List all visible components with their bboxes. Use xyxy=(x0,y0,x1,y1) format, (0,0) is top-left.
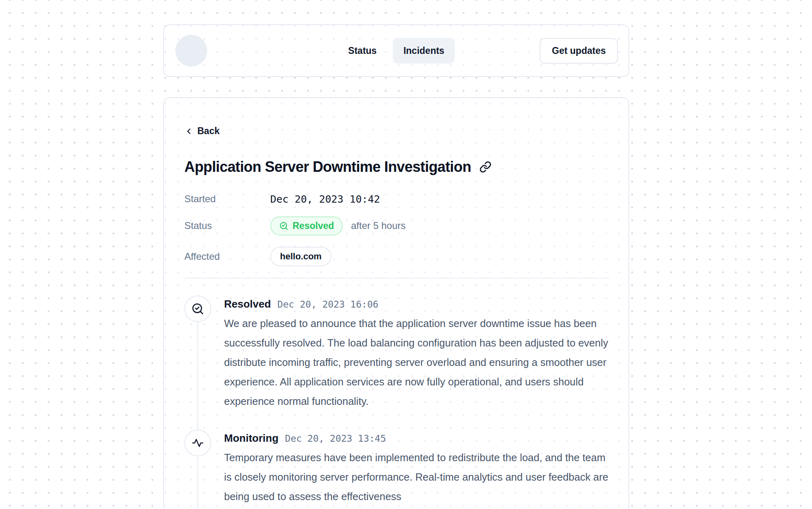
tab-incidents[interactable]: Incidents xyxy=(393,38,455,64)
status-badge-label: Resolved xyxy=(293,220,334,231)
title-row: Application Server Downtime Investigatio… xyxy=(184,158,609,175)
back-label: Back xyxy=(197,126,220,137)
affected-label: Affected xyxy=(184,251,270,262)
timeline-entry-timestamp: Dec 20, 2023 13:45 xyxy=(285,433,386,444)
tab-status[interactable]: Status xyxy=(338,38,387,64)
timeline-entry-content: Monitoring Dec 20, 2023 13:45 Temporary … xyxy=(224,430,609,506)
timeline-entry-resolved: Resolved Dec 20, 2023 16:06 We are pleas… xyxy=(184,295,609,411)
site-logo-placeholder xyxy=(175,35,207,66)
divider xyxy=(184,278,609,278)
incident-detail-card: Back Application Server Downtime Investi… xyxy=(163,97,629,509)
top-nav-card: Status Incidents Get updates xyxy=(163,24,629,77)
incident-timeline: Resolved Dec 20, 2023 16:06 We are pleas… xyxy=(184,295,609,506)
back-link[interactable]: Back xyxy=(184,126,220,137)
meta-row-status: Status Resolved after 5 hours xyxy=(184,216,609,235)
meta-row-affected: Affected hello.com xyxy=(184,247,609,266)
search-check-icon xyxy=(279,221,288,231)
timeline-entry-timestamp: Dec 20, 2023 16:06 xyxy=(278,299,378,310)
nav-tabs: Status Incidents xyxy=(338,38,455,64)
status-badge: Resolved xyxy=(270,216,343,235)
get-updates-button[interactable]: Get updates xyxy=(540,38,618,64)
permalink-icon[interactable] xyxy=(479,161,491,173)
timeline-entry-content: Resolved Dec 20, 2023 16:06 We are pleas… xyxy=(224,295,609,411)
search-check-icon xyxy=(191,302,204,315)
timeline-entry-body: Temporary measures have been implemented… xyxy=(224,448,609,506)
started-label: Started xyxy=(184,193,270,205)
timeline-entry-status: Monitoring xyxy=(224,432,278,445)
timeline-icon-circle xyxy=(184,295,211,322)
meta-row-started: Started Dec 20, 2023 10:42 xyxy=(184,193,609,205)
started-value: Dec 20, 2023 10:42 xyxy=(270,193,380,205)
timeline-entry-head: Monitoring Dec 20, 2023 13:45 xyxy=(224,432,609,445)
timeline-entry-status: Resolved xyxy=(224,298,271,310)
timeline-entry-head: Resolved Dec 20, 2023 16:06 xyxy=(224,298,609,310)
timeline-icon-circle xyxy=(184,430,211,456)
incident-title: Application Server Downtime Investigatio… xyxy=(184,158,471,175)
timeline-entry-monitoring: Monitoring Dec 20, 2023 13:45 Temporary … xyxy=(184,430,609,506)
status-label: Status xyxy=(184,220,270,231)
affected-component-pill: hello.com xyxy=(270,247,331,266)
status-duration-text: after 5 hours xyxy=(351,220,406,231)
incident-meta: Started Dec 20, 2023 10:42 Status Resolv… xyxy=(184,193,609,266)
chevron-left-icon xyxy=(184,127,193,136)
timeline-entry-body: We are pleased to announce that the appl… xyxy=(224,314,609,411)
activity-icon xyxy=(192,437,204,449)
page-container: Status Incidents Get updates Back Applic… xyxy=(163,24,629,509)
